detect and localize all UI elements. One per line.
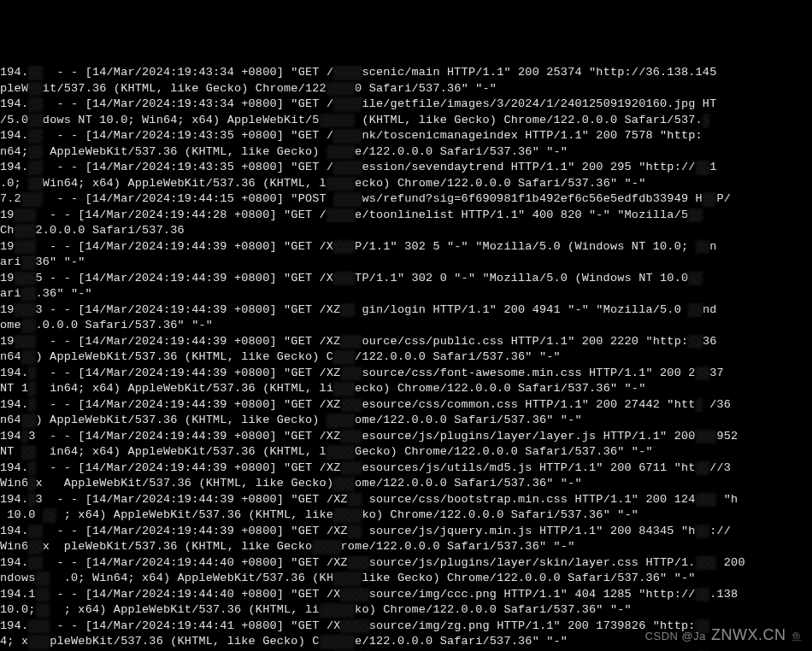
log-text: - - [14/Mar/2024:19:43:35 +0800] "GET / [43,161,333,173]
redacted-segment [15,223,36,239]
redacted-segment [28,634,50,650]
redacted-segment [696,366,710,382]
redacted-segment [696,160,710,176]
redacted-segment [28,539,43,555]
redacted-segment [28,381,35,397]
log-text: ; x64) AppleWebKit/537.36 (KHTML, like [56,508,333,521]
redacted-segment [28,397,35,413]
log-text: gin/login HTTP/1.1" 200 4941 "-" "Mozill… [355,303,688,316]
log-text: ome/122.0.0.0 Safari/537.36" "-" [355,413,582,426]
redacted-segment [15,271,36,287]
log-text: 194. [0,66,28,79]
redacted-segment [333,271,355,287]
log-text: 19 [0,303,15,316]
log-text: - - [14/Mar/2024:19:44:40 +0800] "GET /X… [43,556,348,569]
redacted-segment [696,397,703,413]
redacted-segment [21,429,28,445]
log-text: TP/1.1" 302 0 "-" "Mozilla/5.0 (Windows … [355,272,688,284]
log-text: ile/getfile/images/3/2024/1/240125091920… [362,97,716,110]
log-line: 10.0 ; x64) AppleWebKit/537.36 (KHTML, l… [0,507,812,524]
log-text: (KHTML, like Gecko) Chrome/122.0.0.0 Saf… [355,114,703,126]
log-text: 4; x [0,635,28,648]
redacted-segment [36,571,50,587]
redacted-segment [15,334,36,350]
log-text: Win64; x64) AppleWebKit/537.36 (KHTML, l [43,177,327,190]
redacted-segment [333,381,355,397]
watermark-suffix: 鱼 [791,629,803,645]
log-text: ndows [0,572,36,584]
redacted-segment [327,208,355,224]
log-text: .36" "-" [36,287,92,300]
log-text: P/1.1" 302 5 "-" "Mozilla/5.0 (Windows N… [355,240,695,253]
log-text: "h [716,493,738,506]
log-text: x AppleWebKit/537.36 (KHTML, like Gecko) [36,477,334,490]
redacted-segment [703,191,717,208]
log-text: NT 1 [0,382,28,395]
watermark-main: ZNWX.CN [711,627,786,643]
watermark-prefix: CSDN @Ja [645,629,706,645]
redacted-segment [696,239,710,255]
terminal-log: 194. - - [14/Mar/2024:19:43:34 +0800] "G… [0,63,812,651]
redacted-segment [696,460,710,477]
redacted-segment [21,349,36,366]
log-text: ) AppleWebKit/537.36 (KHTML, like Gecko)… [36,350,334,363]
log-line: 19 5 - - [14/Mar/2024:19:44:39 +0800] "G… [0,271,812,287]
log-text: ource/css/public.css HTTP/1.1" 200 2220 … [362,335,688,348]
log-text: 3 - - [14/Mar/2024:19:44:39 +0800] "GET … [36,303,341,316]
redacted-segment [333,191,362,208]
log-line: Win6 x pleWebKit/537.36 (KHTML, like Gec… [0,539,812,555]
redacted-segment [28,524,43,540]
log-text: - - [14/Mar/2024:19:43:34 +0800] "GET / [43,97,333,110]
redacted-segment [348,555,369,572]
redacted-segment [28,555,43,572]
log-line: n64 ) AppleWebKit/537.36 (KHTML, like Ge… [0,349,812,366]
log-text: ession/sevendaytrend HTTP/1.1" 200 295 "… [362,161,695,173]
log-text: ome [0,319,21,331]
log-line: 7.2 - - [14/Mar/2024:19:44:15 +0800] "PO… [0,191,812,208]
log-text: rome/122.0.0.0 Safari/537.36" "-" [341,540,575,553]
log-text: .0; [0,177,28,190]
log-text: 19 [0,335,15,348]
log-text: 194. [0,367,28,379]
log-line: NT in64; x64) AppleWebKit/537.36 (KHTML,… [0,444,812,460]
log-text: - - [14/Mar/2024:19:44:40 +0800] "GET /X [50,588,340,601]
log-line: Ch 2.0.0.0 Safari/537.36 [0,223,812,239]
log-text: .0.0.0 Safari/537.36" "-" [36,319,214,331]
redacted-segment [340,587,368,603]
redacted-segment [333,128,362,144]
log-line: ari 36" "-" [0,255,812,271]
log-line: Win6 x AppleWebKit/537.36 (KHTML, like G… [0,476,812,492]
log-text: 10.0 [0,508,43,521]
log-text: in64; x64) AppleWebKit/537.36 (KHTML, li [36,382,334,395]
log-text: 7.2 [0,192,21,205]
log-text: source/img/ccc.png HTTP/1.1" 404 1285 "h… [369,588,696,601]
log-text: ; x64) AppleWebKit/537.36 (KHTML, li [50,603,319,616]
log-text: - - [14/Mar/2024:19:44:39 +0800] "GET /X [36,240,334,253]
log-line: 194. - - [14/Mar/2024:19:44:39 +0800] "G… [0,397,812,413]
log-line: NT 1 in64; x64) AppleWebKit/537.36 (KHTM… [0,381,812,397]
log-text: 194 [0,430,21,443]
redacted-segment [28,476,35,492]
log-line: pleW it/537.36 (KHTML, like Gecko) Chrom… [0,81,812,97]
log-text: esource/js/plugins/layer/layer.js HTTP/1… [362,430,695,443]
log-text: 194. [0,525,28,537]
redacted-segment [340,302,355,319]
log-text: n64 [0,350,21,363]
redacted-segment [28,97,43,113]
log-line: ari .36" "-" [0,286,812,302]
redacted-segment [703,113,709,129]
log-text: ecko) Chrome/122.0.0.0 Safari/537.36" "-… [355,177,645,190]
log-text: //3 [709,461,731,474]
log-text: 36" "-" [36,255,85,268]
log-text: 2.0.0.0 Safari/537.36 [36,224,185,237]
redacted-segment [21,255,36,271]
log-line: 194. - - [14/Mar/2024:19:44:39 +0800] "G… [0,366,812,382]
log-text: /122.0.0.0 Safari/537.36" "-" [355,350,561,363]
log-line: 194.1 - - [14/Mar/2024:19:44:40 +0800] "… [0,587,812,603]
log-text: 5 - - [14/Mar/2024:19:44:39 +0800] "GET … [36,272,334,284]
redacted-segment [341,366,362,382]
redacted-segment [333,571,362,587]
log-line: ndows .0; Win64; x64) AppleWebKit/537.36… [0,571,812,587]
redacted-segment [327,144,355,161]
redacted-segment [348,492,362,508]
